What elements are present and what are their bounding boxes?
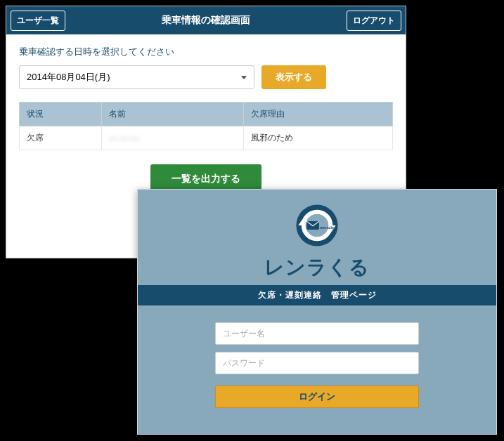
login-panel: renracle レンラくる 欠席・遅刻連絡 管理ページ ログイン	[137, 189, 497, 435]
show-button[interactable]: 表示する	[261, 65, 326, 89]
page-title: 乗車情報の確認画面	[162, 14, 250, 27]
admin-body: 乗車確認する日時を選択してください 2014年08月04日(月) 表示する 状況…	[6, 34, 406, 206]
cell-name: ― ― ―	[101, 126, 243, 150]
logo: renracle レンラくる	[264, 199, 370, 281]
cell-name-value: ― ― ―	[109, 133, 139, 143]
col-status: 状況	[20, 103, 102, 126]
logo-text: レンラくる	[264, 254, 370, 281]
logout-button[interactable]: ログアウト	[347, 11, 401, 31]
login-subtitle-bar: 欠席・遅刻連絡 管理ページ	[138, 285, 496, 305]
date-select-value: 2014年08月04日(月)	[27, 71, 110, 84]
password-input[interactable]	[215, 352, 419, 374]
cell-status: 欠席	[20, 126, 102, 150]
chevron-down-icon	[241, 76, 247, 79]
instruction-text: 乗車確認する日時を選択してください	[19, 46, 393, 58]
date-select[interactable]: 2014年08月04日(月)	[19, 65, 254, 89]
table-header-row: 状況 名前 欠席理由	[20, 103, 393, 126]
col-reason: 欠席理由	[243, 103, 392, 126]
user-list-button[interactable]: ユーザ一覧	[11, 11, 65, 31]
date-row: 2014年08月04日(月) 表示する	[19, 65, 393, 89]
logo-brand-text: renracle	[320, 225, 334, 230]
logo-icon: renracle	[291, 199, 343, 251]
col-name: 名前	[101, 103, 243, 126]
cell-reason: 風邪のため	[243, 126, 392, 150]
login-form: ログイン	[215, 322, 419, 408]
username-input[interactable]	[215, 322, 419, 345]
login-button[interactable]: ログイン	[215, 386, 419, 408]
admin-header: ユーザ一覧 乗車情報の確認画面 ログアウト	[6, 6, 406, 34]
table-row: 欠席 ― ― ― 風邪のため	[20, 126, 393, 150]
attendance-table: 状況 名前 欠席理由 欠席 ― ― ― 風邪のため	[19, 102, 393, 150]
